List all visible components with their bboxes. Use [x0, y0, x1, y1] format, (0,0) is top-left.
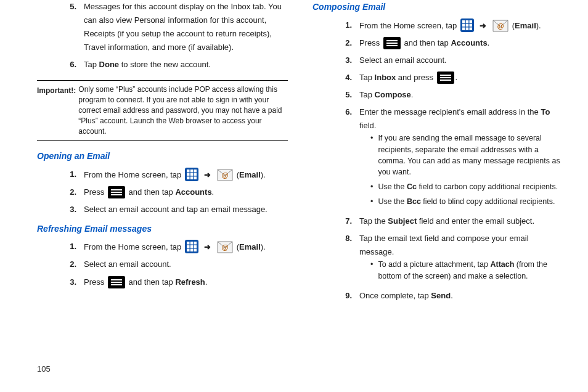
- page-number: 105: [37, 364, 51, 374]
- list-item: 2. Select an email account.: [60, 258, 288, 271]
- email-icon: [217, 241, 233, 253]
- list-item: 2. Press and then tap Accounts.: [336, 36, 563, 50]
- list-item: 5. Tap Compose.: [336, 88, 563, 102]
- heading-opening-email: Opening an Email: [37, 149, 288, 164]
- left-column: 5. Messages for this account display on …: [37, 0, 288, 392]
- sub-bullet: •Use the Cc field to carbon copy additio…: [370, 181, 563, 192]
- sub-bullet: •If you are sending the email message to…: [370, 133, 563, 178]
- email-icon: [492, 20, 508, 32]
- heading-composing: Composing Email: [312, 0, 563, 15]
- list-number: 6.: [60, 58, 84, 71]
- important-label: Important!:: [37, 84, 78, 136]
- sub-bullet: •To add a picture attachment, tap Attach…: [370, 259, 563, 281]
- menu-icon: [108, 276, 125, 288]
- menu-icon: [437, 71, 454, 84]
- list-item: 1. From the Home screen, tap ➜ (Email).: [336, 18, 563, 33]
- apps-grid-icon: [185, 240, 198, 253]
- list-item: 4. Tap Inbox and press .: [336, 71, 563, 84]
- list-item: 2. Press and then tap Accounts.: [60, 186, 288, 199]
- list-item: 5. Messages for this account display on …: [60, 0, 288, 54]
- list-text: Tap Done to store the new account.: [84, 58, 288, 71]
- list-item: 7. Tap the Subject field and enter the e…: [336, 214, 563, 228]
- list-item: 6. Tap Done to store the new account.: [60, 58, 288, 71]
- arrow-icon: ➜: [202, 240, 213, 254]
- apps-grid-icon: [185, 168, 198, 181]
- list-item: 9. Once complete, tap Send.: [336, 289, 563, 303]
- email-icon: [217, 169, 233, 181]
- important-note: Important!: Only some “Plus” accounts in…: [37, 80, 288, 141]
- right-column: Composing Email 1. From the Home screen,…: [312, 0, 563, 392]
- list-item: 8. Tap the email text field and compose …: [336, 232, 563, 285]
- list-text: Messages for this account display on the…: [84, 0, 288, 54]
- arrow-icon: ➜: [477, 19, 489, 33]
- list-item: 3. Select an email account and tap an em…: [60, 203, 288, 216]
- important-text: Only some “Plus” accounts include POP ac…: [78, 84, 288, 136]
- arrow-icon: ➜: [202, 168, 213, 182]
- heading-refreshing: Refreshing Email messages: [37, 222, 288, 237]
- list-item: 3. Press and then tap Refresh.: [60, 276, 288, 289]
- menu-icon: [108, 186, 125, 198]
- menu-icon: [383, 37, 401, 49]
- list-item: 6. Enter the message recipient's email a…: [336, 105, 563, 211]
- list-item: 1. From the Home screen, tap ➜ (Email).: [60, 168, 288, 182]
- list-number: 5.: [60, 0, 84, 54]
- list-item: 3. Select an email account.: [336, 54, 563, 67]
- sub-bullet: •Use the Bcc field to blind copy additio…: [370, 196, 563, 207]
- apps-grid-icon: [460, 18, 474, 32]
- list-item: 1. From the Home screen, tap ➜ (Email).: [60, 240, 288, 254]
